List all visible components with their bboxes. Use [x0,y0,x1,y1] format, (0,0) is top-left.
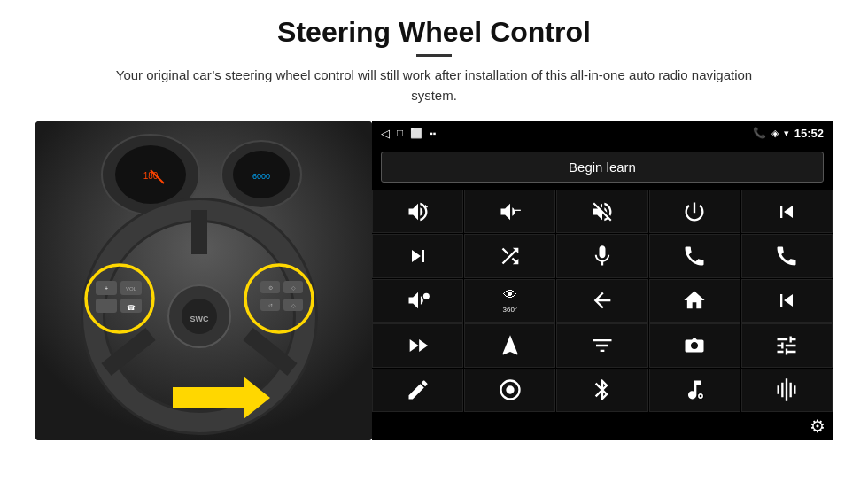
signal-icon: ▪▪ [430,128,436,138]
home-button[interactable] [649,279,740,323]
android-screen: ◁ □ ⬜ ▪▪ 📞 ◈ ▾ 15:52 Begin learn [372,121,833,440]
time-display: 15:52 [794,127,824,140]
vol-up-button[interactable]: + [372,190,463,233]
title-section: Steering Wheel Control Your original car… [35,16,833,105]
hang-up-button[interactable] [741,234,833,277]
voice-waves-button[interactable] [741,369,833,412]
back-button[interactable] [556,279,647,323]
icon-grid: + − [372,190,833,412]
music-settings-button[interactable] [649,369,740,412]
view-360-button[interactable]: 👁 360° [464,279,555,323]
vol-mute-button[interactable] [556,190,647,233]
svg-text:6000: 6000 [252,172,270,181]
home-nav-icon[interactable]: □ [397,127,403,139]
content-area: 180 6000 SWC + [35,121,833,440]
power-button[interactable] [649,190,740,233]
page-title: Steering Wheel Control [35,16,833,49]
prev-phone-button[interactable] [741,190,833,233]
microphone-button[interactable] [556,234,647,277]
skip-back-button[interactable] [741,279,833,323]
svg-text:◇: ◇ [291,285,296,291]
begin-learn-row: Begin learn [372,144,833,190]
svg-text:VOL: VOL [126,286,137,292]
shuffle-button[interactable] [464,234,555,277]
svg-point-39 [506,386,514,394]
svg-text:+: + [422,202,428,211]
svg-text:◇: ◇ [291,303,296,308]
svg-text:⚙: ⚙ [268,285,273,291]
svg-text:−: − [515,204,522,215]
camera-button[interactable] [649,323,740,367]
pen-button[interactable] [372,369,463,412]
status-bar-right: 📞 ◈ ▾ 15:52 [753,127,824,140]
status-bar-left: ◁ □ ⬜ ▪▪ [381,127,436,140]
car-image: 180 6000 SWC + [35,121,372,440]
svg-text:☎: ☎ [127,304,136,312]
svg-text:↺: ↺ [268,303,273,308]
title-divider [416,54,452,57]
back-nav-icon[interactable]: ◁ [381,127,390,140]
settings-row: ⚙ [372,412,833,440]
svg-text:+: + [105,285,108,292]
navigate-button[interactable] [464,323,555,367]
page-subtitle: Your original car’s steering wheel contr… [97,66,771,105]
vol-down-button[interactable]: − [464,190,555,233]
settings-slider-button[interactable] [741,323,833,367]
page-wrapper: Steering Wheel Control Your original car… [0,0,868,482]
fast-forward-button[interactable] [372,323,463,367]
svg-text:SWC: SWC [190,315,209,323]
next-track-button[interactable] [372,234,463,277]
settings-gear-icon[interactable]: ⚙ [810,416,825,437]
phone-icon: 📞 [753,127,766,139]
location-icon: ◈ [771,128,779,139]
status-bar: ◁ □ ⬜ ▪▪ 📞 ◈ ▾ 15:52 [372,121,833,144]
eq-button[interactable] [556,323,647,367]
phone-call-button[interactable] [649,234,740,277]
wifi-icon: ▾ [784,128,789,139]
svg-point-37 [422,293,429,299]
horn-alert-button[interactable] [372,279,463,323]
begin-learn-button[interactable]: Begin learn [381,152,824,183]
circle-btn-button[interactable] [464,369,555,412]
bluetooth-button[interactable] [556,369,647,412]
recent-nav-icon[interactable]: ⬜ [410,128,422,139]
